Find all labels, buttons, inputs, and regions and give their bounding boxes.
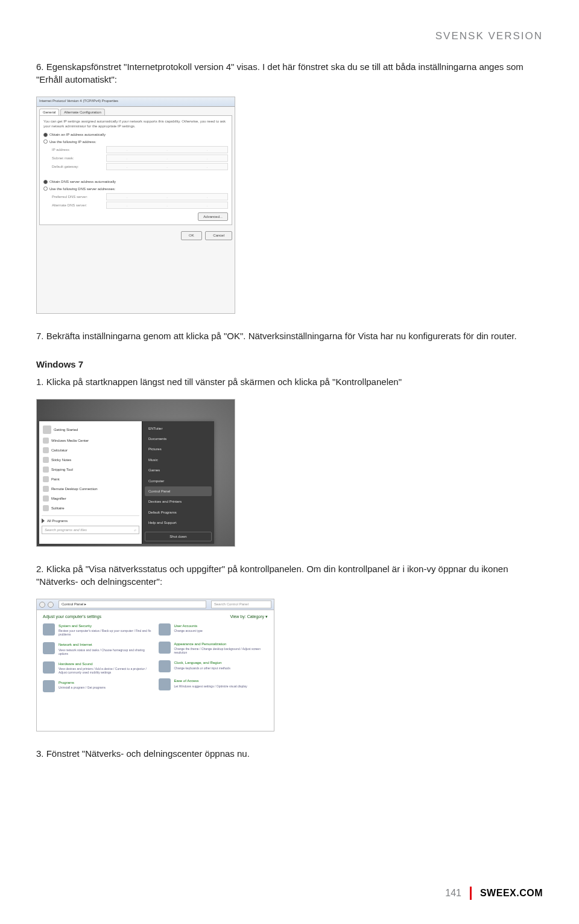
start-right-item[interactable]: Documents [145,434,212,444]
screenshot-control-panel: Control Panel ▸ Search Control Panel Adj… [36,599,274,731]
start-right-item[interactable]: Default Programs [145,508,212,517]
radio-label: Obtain an IP address automatically [49,132,106,137]
start-search[interactable]: Search programs and files⌕ [42,526,139,534]
category-sub: Change keyboards or other input methods [174,666,230,670]
field-label: Alternate DNS server: [52,203,106,208]
app-icon [43,457,49,463]
category-sub: Change the theme / Change desktop backgr… [174,647,268,654]
ss1-radio-obtain-dns[interactable]: Obtain DNS server address automatically [43,179,228,184]
ss1-desc: You can get IP settings assigned automat… [43,119,228,129]
category-icon [159,642,171,654]
app-icon [43,486,49,492]
ip-field[interactable]: ... [106,193,228,200]
advanced-button[interactable]: Advanced... [198,212,228,221]
ss1-pref-dns-row: Preferred DNS server:... [52,193,228,200]
cp-category[interactable]: System and SecurityReview your computer'… [43,623,153,636]
field-label: Preferred DNS server: [52,194,106,199]
field-label: Default gateway: [52,164,106,169]
all-programs[interactable]: All Programs [42,515,139,523]
ip-field[interactable]: ... [106,155,228,162]
start-right-item[interactable]: Music [145,455,212,465]
ok-button[interactable]: OK [181,231,202,240]
screenshot-start-menu: Getting StartedWindows Media CenterCalcu… [36,399,235,547]
all-programs-label: All Programs [47,518,68,523]
app-icon [43,438,49,444]
search-icon: ⌕ [134,527,136,532]
search-input[interactable]: Search Control Panel [211,601,271,608]
ss1-tab-alternate[interactable]: Alternate Configuration [60,109,104,115]
cp-category[interactable]: Clock, Language, and RegionChange keyboa… [159,660,268,672]
app-icon [43,425,51,434]
ss1-gateway-row: Default gateway:... [52,163,228,170]
ss1-advanced-row: Advanced... [43,212,228,221]
ss3-right-col: User AccountsChange account typeAppearan… [159,623,268,698]
start-item[interactable]: Paint [42,474,139,484]
start-item-label: Sticky Notes [51,457,71,462]
cp-category[interactable]: ProgramsUninstall a program / Get progra… [43,680,153,692]
view-by[interactable]: View by: Category ▾ [230,614,268,620]
ip-field[interactable]: ... [106,146,228,153]
start-item[interactable]: Snipping Tool [42,465,139,474]
step-w3: 3. Fönstret "Nätverks- och delningscente… [36,747,543,760]
ss1-footer-buttons: OK Cancel [37,228,235,243]
start-right-item[interactable]: Computer [145,476,212,486]
ss1-radio-use-ip[interactable]: Use the following IP address: [43,139,228,144]
ss1-subnet-row: Subnet mask:... [52,155,228,162]
radio-label: Obtain DNS server address automatically [49,179,116,184]
start-right-pane: ENTuiterDocumentsPicturesMusicGamesCompu… [142,421,214,544]
ss3-left-col: System and SecurityReview your computer'… [43,623,153,698]
start-right-item[interactable]: Games [145,465,212,475]
start-item-label: Calculator [51,448,68,453]
start-item[interactable]: Getting Started [42,424,139,436]
category-icon [159,678,171,690]
start-item[interactable]: Remote Desktop Connection [42,484,139,494]
radio-icon [43,180,48,184]
radio-label: Use the following DNS server addresses: [49,186,115,191]
shutdown-button[interactable]: Shut down [145,532,212,541]
start-right-item[interactable]: Devices and Printers [145,497,212,506]
radio-icon [43,133,48,137]
content-area: 6. Egenskapsfönstret "Internetprotokoll … [36,60,543,760]
ip-field[interactable]: ... [106,202,228,209]
ss1-radio-obtain-ip[interactable]: Obtain an IP address automatically [43,132,228,137]
start-item-label: Magnifier [51,496,66,501]
start-right-item[interactable]: Help and Support [145,518,212,527]
cp-category[interactable]: Appearance and PersonalizationChange the… [159,642,268,654]
cp-category[interactable]: User AccountsChange account type [159,623,268,636]
category-sub: View devices and printers / Add a device… [59,667,153,674]
start-right-item[interactable]: ENTuiter [145,424,212,433]
radio-icon [43,139,48,144]
cancel-button[interactable]: Cancel [205,231,232,240]
footer-brand: SWEEX.COM [480,888,543,899]
breadcrumb[interactable]: Control Panel ▸ [59,601,206,608]
app-icon [43,505,49,511]
field-label: IP address: [52,147,106,152]
category-sub: Review your computer's status / Back up … [59,629,153,636]
nav-back-icon[interactable] [39,602,45,608]
start-left-pane: Getting StartedWindows Media CenterCalcu… [39,421,142,544]
step-w1: 1. Klicka på startknappen längst ned til… [36,375,543,388]
nav-forward-icon[interactable] [48,602,54,608]
start-item[interactable]: Sticky Notes [42,455,139,465]
start-item[interactable]: Solitaire [42,503,139,513]
start-item-label: Getting Started [54,427,78,432]
start-right-item[interactable]: Pictures [145,444,212,454]
cp-category[interactable]: Network and InternetView network status … [43,642,153,655]
start-item[interactable]: Windows Media Center [42,436,139,445]
ip-field[interactable]: ... [106,163,228,170]
ss1-ip-row: IP address:... [52,146,228,153]
ss1-tab-general[interactable]: General [39,109,59,115]
start-item[interactable]: Magnifier [42,494,139,503]
start-item[interactable]: Calculator [42,445,139,455]
category-icon [159,623,171,636]
ss1-alt-dns-row: Alternate DNS server:... [52,202,228,209]
category-heading: Network and Internet [59,642,153,647]
start-right-item[interactable]: Control Panel [145,486,212,496]
ss1-radio-use-dns[interactable]: Use the following DNS server addresses: [43,186,228,191]
page-footer: 141 SWEEX.COM [445,887,543,900]
search-placeholder: Search programs and files [45,527,87,532]
page-header: SVENSK VERSION [36,30,543,42]
cp-category[interactable]: Ease of AccessLet Windows suggest settin… [159,678,268,690]
cp-category[interactable]: Hardware and SoundView devices and print… [43,661,153,674]
category-icon [43,642,55,654]
